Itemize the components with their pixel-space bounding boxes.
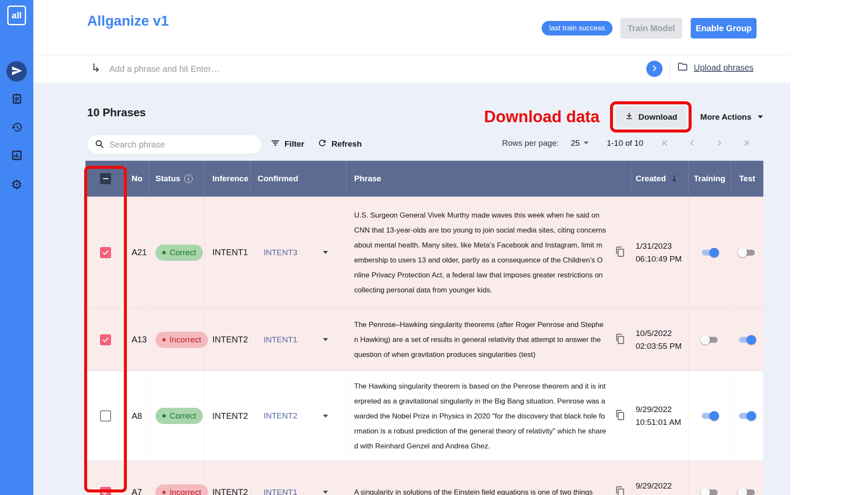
- refresh-button[interactable]: Refresh: [317, 138, 362, 150]
- phrase-text: The Penrose–Hawking singularity theorems…: [354, 317, 606, 362]
- more-actions-label: More Actions: [700, 112, 751, 122]
- folder-icon: [677, 61, 689, 74]
- first-page-button[interactable]: [660, 138, 670, 148]
- sort-descending-icon: ↓: [671, 174, 678, 184]
- row-checkbox[interactable]: [100, 334, 111, 345]
- filter-button[interactable]: Filter: [270, 138, 304, 150]
- add-phrase-input[interactable]: [109, 60, 601, 77]
- confirmed-intent-select[interactable]: INTENT2: [264, 411, 328, 421]
- toggle-knob: [710, 411, 719, 421]
- first-page-icon: [660, 138, 670, 148]
- status-dot-icon: [162, 414, 166, 418]
- sidebar-item-settings[interactable]: ⚙: [6, 174, 27, 195]
- more-actions-button[interactable]: More Actions: [700, 112, 763, 122]
- previous-page-button[interactable]: [687, 138, 697, 148]
- confirmed-intent-select[interactable]: INTENT1: [264, 488, 328, 495]
- toggle-knob: [747, 335, 756, 345]
- download-button-label: Download: [639, 112, 677, 122]
- row-checkbox[interactable]: [100, 487, 111, 495]
- search-box: [87, 135, 261, 154]
- sidebar-item-tasks[interactable]: [6, 89, 27, 109]
- table-row: A8 Correct INTENT2 INTENT2 The Hawking s…: [85, 371, 763, 461]
- phrase-count-heading: 10 Phrases: [87, 106, 146, 119]
- upload-phrases-label: Upload phrases: [694, 63, 754, 73]
- add-phrase-submit-button[interactable]: [646, 61, 663, 77]
- test-toggle[interactable]: [739, 489, 755, 495]
- annotation-download-data-text: Download data: [484, 108, 599, 126]
- status-badge: Correct: [155, 245, 203, 261]
- training-toggle[interactable]: [702, 489, 718, 495]
- enable-group-button[interactable]: Enable Group: [691, 18, 757, 38]
- test-toggle[interactable]: [739, 250, 755, 256]
- toggle-knob: [738, 248, 747, 257]
- chevron-right-icon: [650, 64, 659, 74]
- inference-value: INTENT2: [212, 335, 248, 345]
- status-badge: Correct: [155, 408, 203, 424]
- app-logo[interactable]: all: [7, 6, 26, 25]
- pagination-range: 1-10 of 10: [607, 138, 643, 148]
- train-status-badge: last train success: [542, 21, 613, 35]
- upload-phrases-link[interactable]: Upload phrases: [677, 61, 754, 74]
- copy-icon[interactable]: [614, 409, 626, 424]
- sidebar: all: [0, 0, 33, 495]
- status-dot-icon: [162, 491, 166, 494]
- rows-per-page-value: 25: [571, 138, 580, 148]
- select-all-checkbox[interactable]: [100, 173, 111, 184]
- divider: [670, 59, 670, 79]
- toggle-knob: [747, 411, 756, 421]
- copy-icon[interactable]: [614, 332, 626, 347]
- confirmed-intent-select[interactable]: INTENT1: [264, 335, 328, 345]
- status-dot-icon: [162, 251, 166, 254]
- confirmed-intent-select[interactable]: INTENT3: [264, 248, 328, 257]
- train-model-button[interactable]: Train Model: [620, 18, 682, 38]
- training-toggle[interactable]: [702, 337, 718, 343]
- rows-per-page-select[interactable]: 25: [571, 138, 589, 148]
- info-icon[interactable]: i: [184, 174, 193, 183]
- add-phrase-bar: ↳ Upload phrases: [33, 55, 790, 82]
- next-page-button[interactable]: [714, 138, 724, 148]
- history-icon: [11, 121, 23, 135]
- status-badge: Incorrect: [155, 484, 208, 495]
- test-toggle[interactable]: [739, 337, 755, 343]
- page-title: Allganize v1: [87, 13, 169, 29]
- sidebar-item-analytics[interactable]: [6, 146, 27, 166]
- chevron-down-icon: [584, 141, 589, 144]
- sidebar-item-phrases[interactable]: [6, 61, 27, 82]
- toggle-knob: [701, 335, 710, 345]
- download-button[interactable]: Download: [616, 106, 686, 127]
- phrase-text: A singularity in solutions of the Einste…: [354, 485, 606, 495]
- copy-icon[interactable]: [614, 245, 626, 260]
- topbar: Allganize v1 last train success Train Mo…: [33, 0, 790, 55]
- app-logo-text: all: [12, 10, 21, 21]
- app-root: all: [0, 0, 868, 495]
- refresh-icon: [317, 138, 327, 150]
- table-row: A13 Incorrect INTENT2 INTENT1 The Penros…: [85, 309, 763, 371]
- header-phrase: Phrase: [346, 161, 632, 197]
- training-toggle[interactable]: [702, 250, 718, 256]
- row-checkbox[interactable]: [100, 410, 111, 421]
- status-dot-icon: [162, 338, 166, 342]
- table-row: A7 Incorrect INTENT2 INTENT1 A singulari…: [85, 461, 763, 495]
- test-toggle[interactable]: [739, 413, 755, 419]
- header-created[interactable]: Created ↓: [632, 161, 689, 197]
- copy-icon[interactable]: [614, 485, 626, 495]
- row-number: A21: [132, 248, 147, 257]
- rows-per-page-label: Rows per page:: [502, 138, 559, 148]
- inference-value: INTENT1: [212, 248, 248, 257]
- sidebar-item-history[interactable]: [6, 118, 27, 138]
- row-number: A7: [132, 487, 142, 495]
- last-page-button[interactable]: [741, 138, 751, 148]
- training-toggle[interactable]: [702, 413, 718, 419]
- inference-value: INTENT2: [212, 411, 248, 421]
- annotation-rect-download: Download: [610, 101, 692, 133]
- clipboard-icon: [11, 93, 23, 106]
- send-icon: [11, 65, 23, 78]
- row-checkbox[interactable]: [100, 247, 111, 258]
- toggle-knob: [738, 488, 747, 495]
- search-input[interactable]: [109, 140, 254, 150]
- inference-value: INTENT2: [212, 487, 248, 495]
- row-number: A13: [132, 335, 147, 345]
- phrases-table: No Status i Inference Confirmed Phrase C…: [85, 161, 763, 495]
- table-body: A21 Correct INTENT1 INTENT3 U.S. Surgeon…: [85, 197, 763, 495]
- status-badge: Incorrect: [155, 332, 208, 348]
